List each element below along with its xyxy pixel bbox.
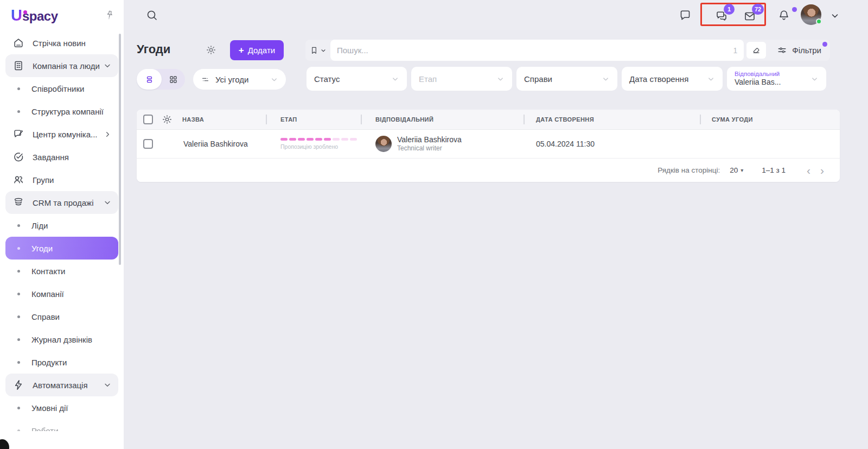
column-header-created[interactable]: ДАТА СТВОРЕННЯ — [536, 116, 594, 123]
bell-icon[interactable] — [777, 9, 790, 22]
bullet-icon — [17, 87, 20, 90]
add-deal-button[interactable]: + Додати — [230, 40, 284, 60]
sidebar-group-crm[interactable]: CRM та продажі — [5, 191, 118, 214]
column-header-sum[interactable]: СУМА УГОДИ — [712, 116, 753, 123]
uspacy-logo[interactable]: U spacy — [11, 7, 58, 24]
sliders-icon — [777, 45, 787, 55]
list-view-button[interactable] — [137, 69, 162, 90]
filters-button[interactable]: Фільтри — [770, 40, 830, 61]
created-date: 05.04.2024 11:30 — [536, 140, 595, 148]
sidebar-item-label: Стрічка новин — [33, 39, 86, 48]
groups-icon — [12, 173, 25, 186]
sidebar-group-company-people[interactable]: Компанія та люди — [5, 54, 118, 77]
sidebar-item-products[interactable]: Продукти — [5, 351, 118, 374]
filter-created-date[interactable]: Дата створення — [622, 67, 723, 91]
sidebar-group-automation[interactable]: Автоматизація — [5, 374, 118, 396]
column-header-name[interactable]: НАЗВА — [182, 116, 204, 123]
sidebar-scrollbar[interactable] — [119, 34, 121, 265]
search-input-box: 1 — [330, 40, 744, 61]
filter-responsible[interactable]: Відповідальний Valeriia Bas... — [727, 67, 826, 91]
filter-stage[interactable]: Етап — [411, 67, 512, 91]
search-input[interactable] — [337, 46, 729, 55]
filter-status[interactable]: Статус — [307, 67, 407, 91]
online-status-dot — [816, 18, 822, 24]
sidebar-item-conditional-actions[interactable]: Умовні дії — [5, 396, 118, 419]
sidebar-item-leads[interactable]: Ліди — [5, 214, 118, 237]
clear-search-button[interactable] — [746, 42, 766, 59]
kanban-view-button[interactable] — [162, 74, 185, 85]
column-header-stage[interactable]: ЕТАП — [280, 116, 297, 123]
bullet-icon — [17, 293, 20, 295]
prev-page-button[interactable]: ‹ — [802, 165, 815, 176]
tasks-check-icon — [12, 150, 25, 163]
bullet-icon — [17, 407, 20, 409]
chevron-right-icon — [104, 130, 112, 138]
sidebar-item-newsfeed[interactable]: Стрічка новин — [5, 31, 118, 54]
list-view-icon — [144, 74, 155, 85]
responsible-avatar[interactable] — [375, 136, 392, 152]
logo-row: U spacy — [0, 0, 124, 30]
sidebar-item-robots[interactable]: Роботи — [5, 419, 118, 431]
deals-view-select[interactable]: Усі угоди — [193, 69, 286, 90]
sidebar-nav: Стрічка новин Компанія та люди Співробіт… — [0, 30, 124, 431]
page-title: Угоди — [137, 42, 170, 56]
bullet-icon — [17, 224, 20, 227]
table-pagination: Рядків на сторінці: 20 ▾ 1–1 з 1 ‹ › — [137, 159, 840, 182]
responsible-name[interactable]: Valeriia Bashkirova — [397, 135, 462, 144]
row-col-responsible: Valeriia Bashkirova Technical writer — [361, 135, 524, 153]
chat-badge[interactable]: 1 — [724, 4, 735, 15]
header-col-sum: СУМА УГОДИ — [700, 116, 840, 123]
sidebar-item-groups[interactable]: Групи — [5, 168, 118, 191]
pin-sidebar-icon[interactable] — [103, 9, 116, 21]
stage-segments — [280, 138, 357, 141]
sidebar-item-employees[interactable]: Співробітники — [5, 77, 118, 100]
search-bar: 1 Фільтри — [305, 40, 830, 61]
uspacy-app: U spacy Стрічка новин Компанія та люди С… — [0, 0, 868, 449]
select-all-checkbox[interactable] — [143, 115, 153, 124]
next-page-button[interactable]: › — [815, 165, 829, 176]
stage-progress[interactable]: Пропозицію зроблено — [280, 138, 357, 150]
chevron-down-icon — [320, 47, 327, 54]
saved-filter-control[interactable] — [305, 46, 330, 55]
filter-activities[interactable]: Справи — [516, 67, 617, 91]
sidebar-item-deals[interactable]: Угоди — [5, 237, 118, 260]
sidebar-item-label: Центр комуніка... — [33, 130, 98, 139]
profile-chevron-down-icon[interactable] — [830, 11, 840, 21]
page-settings-gear-icon[interactable] — [206, 45, 216, 55]
sidebar-item-companies[interactable]: Компанії — [5, 282, 118, 305]
deal-name[interactable]: Valeriia Bashkirova — [183, 140, 248, 148]
search-count: 1 — [733, 46, 737, 55]
sidebar-item-label: Журнал дзвінків — [31, 335, 92, 344]
rows-per-page-select[interactable]: 20 ▾ — [730, 166, 743, 174]
columns-gear-icon[interactable] — [162, 114, 173, 125]
bullet-icon — [17, 270, 20, 273]
sidebar-item-label: Справи — [31, 312, 60, 321]
logo-u-glyph: U — [11, 7, 22, 24]
automation-lightning-icon — [12, 378, 25, 391]
row-checkbox[interactable] — [143, 139, 153, 149]
table-row[interactable]: Valeriia Bashkirova Пропозицію зроблено … — [137, 130, 840, 159]
sidebar-item-contacts[interactable]: Контакти — [5, 260, 118, 282]
comment-icon[interactable] — [679, 9, 692, 22]
bullet-icon — [17, 315, 20, 318]
sidebar-item-label: CRM та продажі — [33, 198, 93, 207]
responsible-texts: Valeriia Bashkirova Technical writer — [397, 135, 462, 153]
filter-stage-label: Етап — [419, 74, 437, 84]
add-deal-label: Додати — [248, 46, 275, 55]
mail-badge[interactable]: 72 — [752, 4, 764, 15]
sidebar-item-label: Ліди — [31, 221, 48, 230]
sidebar-item-tasks[interactable]: Завдання — [5, 146, 118, 168]
column-header-responsible[interactable]: ВІДПОВІДАЛЬНИЙ — [375, 116, 433, 123]
sidebar-item-activities[interactable]: Справи — [5, 305, 118, 328]
main-content: Угоди + Додати 1 Фільтри — [124, 30, 868, 449]
sidebar-item-label: Автоматизація — [33, 381, 88, 390]
sidebar-item-label: Продукти — [31, 358, 67, 367]
caret-down-icon: ▾ — [741, 167, 743, 173]
sidebar-item-label: Компанії — [31, 289, 64, 299]
sidebar-item-communication-center[interactable]: Центр комуніка... — [5, 123, 118, 146]
sidebar-item-call-log[interactable]: Журнал дзвінків — [5, 328, 118, 351]
company-icon — [12, 59, 25, 72]
global-search-icon[interactable] — [145, 9, 158, 22]
sidebar-item-company-structure[interactable]: Структура компанії — [5, 100, 118, 123]
filter-responsible-content: Відповідальний Valeriia Bas... — [735, 70, 781, 87]
